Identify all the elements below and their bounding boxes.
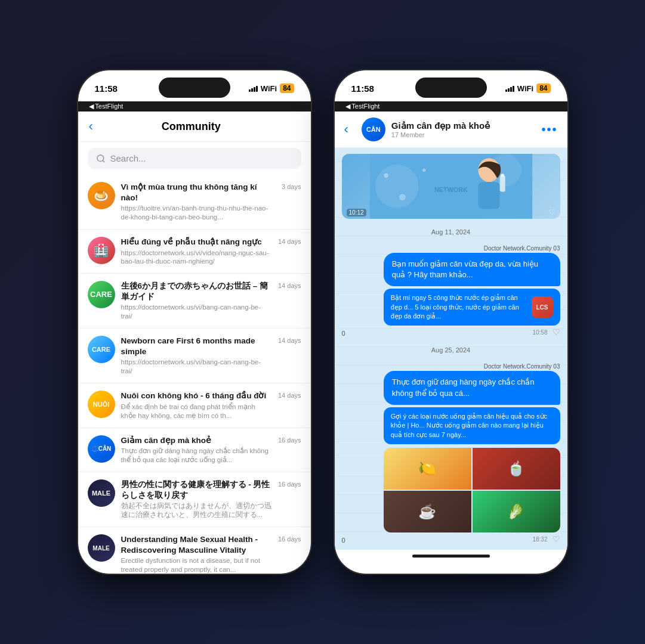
- feed-subtitle: https://doctornetwork.us/vi/bang-can-nan…: [121, 303, 272, 321]
- msg-image-grid: 🍋 🍵 ☕ 🥬: [384, 448, 560, 532]
- feed-subtitle: https://doctornetwork.us/vi/video/nang-n…: [121, 249, 272, 267]
- msg-sender-1: Doctor Network.Comunity 03: [484, 245, 560, 252]
- msg-card-text-1: Bật mí ngay 5 công thức nước ép giảm cân…: [391, 293, 527, 321]
- list-item[interactable]: NUÔI Nuôi con không khó - 6 tháng đầu đờ…: [78, 383, 311, 428]
- search-bar[interactable]: Search...: [88, 148, 301, 169]
- dynamic-island-left: [159, 78, 230, 98]
- chat-group-avatar: CÂN: [362, 117, 385, 141]
- feed-title: 男性の性に関する健康を理解する - 男性らしさを取り戻す: [121, 479, 272, 500]
- chat-header-info: Giảm cân đẹp mà khoẻ 17 Member: [391, 120, 536, 138]
- avatar: NUÔI: [88, 391, 115, 418]
- bar1: [505, 89, 507, 92]
- img-coffee: ☕: [384, 491, 471, 532]
- chat-group-name: Giảm cân đẹp mà khoẻ: [391, 120, 536, 131]
- avatar: CARE: [88, 281, 115, 308]
- bar3: [254, 87, 255, 92]
- feed-subtitle: 勃起不全は病気ではありませんが、適切かつ迅速に治療されないと、男性の生殖に関する…: [121, 501, 272, 519]
- svg-point-0: [97, 155, 104, 162]
- status-icons-right: WiFi 84: [505, 83, 551, 93]
- time-left: 11:58: [95, 83, 118, 94]
- right-screen: 11:58 WiFi 84 ◀ TestFlight ‹ CÂN: [335, 70, 567, 574]
- list-item[interactable]: 🍮 Vì một mùa trung thu không tăng kí nào…: [78, 175, 311, 230]
- list-item[interactable]: ⚖️CÂN Giảm cân đẹp mà khoẻ Thực đơn giữ …: [78, 428, 311, 472]
- msg-time-2: 18:32: [532, 536, 547, 543]
- bar2: [251, 88, 253, 92]
- avatar: MALE: [88, 534, 115, 562]
- feed-time: 14 days: [278, 391, 301, 399]
- battery-left: 84: [280, 83, 294, 93]
- heart-icon[interactable]: ♡: [549, 208, 555, 216]
- avatar: CARE: [88, 336, 115, 363]
- bar4: [513, 86, 514, 92]
- testflight-label-left: ◀ TestFlight: [89, 103, 124, 110]
- feed-item-content: Giảm cân đẹp mà khoẻ Thực đơn giữ dáng h…: [121, 435, 272, 465]
- heart-icon-2[interactable]: ♡: [553, 534, 560, 544]
- avatar: 🍮: [88, 182, 115, 209]
- svg-point-8: [384, 174, 388, 178]
- feed-title: Understanding Male Sexual Health - Redis…: [121, 534, 272, 555]
- feed-time: 16 days: [278, 435, 301, 444]
- feed-time: 14 days: [278, 336, 301, 344]
- msg-card-2: Gợi ý các loại nước uống giảm cân hiệu q…: [384, 407, 560, 444]
- testflight-bar-left: ◀ TestFlight: [78, 101, 311, 112]
- feed-item-content: Vì một mùa trung thu không tăng kí nào! …: [121, 182, 276, 222]
- heart-icon-1[interactable]: ♡: [553, 327, 560, 337]
- svg-point-2: [375, 165, 418, 208]
- msg-bubble-2: Thực đơn giữ dáng hàng ngày chắc chắn kh…: [384, 371, 560, 404]
- search-icon: [96, 154, 106, 163]
- msg-time-row-1: 10:58 ♡: [532, 327, 560, 337]
- feed-subtitle: Erectile dysfunction is not a disease, b…: [121, 556, 272, 574]
- dynamic-island-right: [415, 78, 487, 98]
- back-button-right[interactable]: ‹: [344, 122, 348, 137]
- list-item[interactable]: MALE 男性の性に関する健康を理解する - 男性らしさを取り戻す 勃起不全は病…: [78, 472, 311, 527]
- status-icons-left: WiFi 84: [249, 83, 294, 93]
- msg-card-1: Bật mí ngay 5 công thức nước ép giảm cân…: [384, 289, 560, 326]
- list-item[interactable]: CARE Newborn care First 6 months made si…: [78, 329, 311, 383]
- wifi-icon-left: WiFi: [261, 84, 277, 93]
- feed-time: 16 days: [278, 534, 301, 543]
- feed-subtitle: Để xác định bé trai có đang phát triển m…: [121, 402, 272, 420]
- feed-title: Giảm cân đẹp mà khoẻ: [121, 435, 272, 446]
- feed-list: 🍮 Vì một mùa trung thu không tăng kí nào…: [78, 175, 311, 574]
- msg-text-2: Thực đơn giữ dáng hàng ngày chắc chắn kh…: [392, 377, 535, 397]
- feed-item-content: Hiểu đúng về phẫu thuật nâng ngực https:…: [121, 237, 272, 266]
- testflight-label-right: ◀ TestFlight: [345, 103, 380, 110]
- msg-time-row-2: 18:32 ♡: [532, 534, 560, 544]
- feed-title: Vì một mùa trung thu không tăng kí nào!: [121, 182, 276, 203]
- chat-header: ‹ CÂN Giảm cân đẹp mà khoẻ 17 Member •••: [335, 112, 567, 148]
- feed-item-content: Newborn care First 6 months made simple …: [121, 336, 272, 376]
- list-item[interactable]: MALE Understanding Male Sexual Health - …: [78, 527, 311, 574]
- msg-time-1: 10:58: [532, 329, 547, 336]
- img-tea: 🍵: [473, 448, 560, 490]
- msg-content-1: Doctor Network.Comunity 03 Bạn muốn giảm…: [353, 245, 560, 338]
- more-options-button[interactable]: •••: [541, 123, 557, 137]
- chat-body: NETWORK 10:12 ♡ Aug 11, 2024 0 Doctor Ne…: [335, 148, 567, 550]
- feed-time: 3 days: [282, 182, 301, 190]
- svg-rect-5: [478, 182, 499, 209]
- svg-point-9: [399, 194, 405, 200]
- msg-bubble-1: Bạn muốn giảm cân vừa đẹp da, vừa hiệu q…: [384, 253, 560, 286]
- feed-time: 14 days: [278, 281, 301, 289]
- signal-bars-left: [249, 85, 258, 92]
- msg-counter-1: 0: [342, 330, 350, 337]
- msg-counter-2: 0: [342, 537, 350, 544]
- back-button-left[interactable]: ‹: [89, 119, 93, 134]
- bar1: [249, 89, 251, 92]
- feed-subtitle: https://doctornetwork.us/vi/bang-can-nan…: [121, 358, 272, 376]
- feed-item-content: 男性の性に関する健康を理解する - 男性らしさを取り戻す 勃起不全は病気ではあり…: [121, 479, 272, 519]
- chat-member-count: 17 Member: [391, 131, 536, 138]
- feed-title: Nuôi con không khó - 6 tháng đầu đời: [121, 391, 272, 401]
- msg-card-img-1: LCS: [532, 296, 553, 318]
- svg-rect-7: [501, 174, 504, 177]
- svg-text:NETWORK: NETWORK: [434, 186, 467, 193]
- wifi-icon-right: WiFi: [517, 84, 533, 93]
- msg-text-1: Bạn muốn giảm cân vừa đẹp da, vừa hiệu q…: [392, 259, 538, 279]
- feed-subtitle: https://tuoitre.vn/an-banh-trung-thu-nhu…: [121, 204, 276, 222]
- bar2: [508, 88, 510, 92]
- feed-time: 16 days: [278, 479, 301, 488]
- msg-card-text-2: Gợi ý các loại nước uống giảm cân hiệu q…: [391, 413, 547, 438]
- list-item[interactable]: CARE 生後6か月までの赤ちゃんのお世話 – 簡単ガイド https://do…: [78, 274, 311, 329]
- list-item[interactable]: 🏥 Hiểu đúng về phẫu thuật nâng ngực http…: [78, 230, 311, 274]
- img-lemon: 🍋: [384, 448, 471, 490]
- avatar: 🏥: [88, 237, 115, 264]
